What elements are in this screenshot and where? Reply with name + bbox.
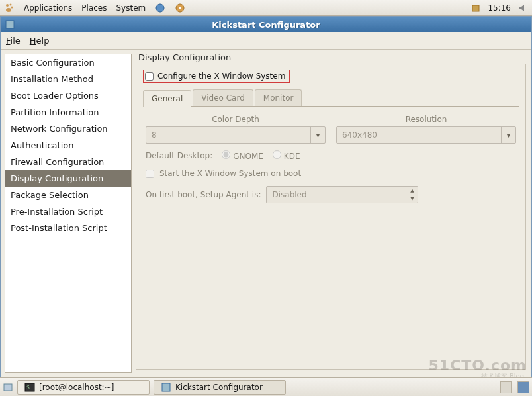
sidebar-item-auth[interactable]: Authentication [5, 137, 131, 154]
spin-buttons[interactable]: ▲▼ [406, 187, 418, 203]
main-pane: Display Configuration Configure the X Wi… [132, 50, 531, 377]
svg-point-2 [11, 6, 13, 8]
svg-rect-7 [472, 5, 479, 11]
update-icon[interactable] [470, 3, 481, 13]
section-title: Display Configuration [138, 52, 526, 62]
file-menu[interactable]: File [6, 36, 21, 46]
svg-point-1 [10, 3, 12, 5]
top-panel: Applications Places System 15:16 [0, 0, 532, 16]
chevron-down-icon[interactable]: ▾ [501, 127, 515, 143]
svg-point-0 [6, 4, 9, 7]
tab-video-card[interactable]: Video Card [193, 89, 253, 106]
task-terminal[interactable]: $ [root@localhost:~] [17, 380, 150, 395]
svg-rect-12 [162, 383, 170, 391]
tab-general[interactable]: General [143, 90, 191, 107]
applications-menu[interactable]: Applications [24, 3, 72, 13]
task-terminal-label: [root@localhost:~] [39, 383, 114, 392]
color-depth-select[interactable]: 8 ▾ [146, 126, 326, 144]
help-menu[interactable]: Help [30, 36, 50, 46]
system-menu[interactable]: System [116, 3, 146, 13]
radio-gnome[interactable]: GNOME [222, 150, 263, 161]
sidebar-item-preinstall[interactable]: Pre-Installation Script [5, 203, 131, 220]
start-x-checkbox[interactable] [146, 170, 154, 178]
resolution-value: 640x480 [337, 130, 501, 140]
kickstart-icon [161, 382, 171, 393]
svg-rect-9 [4, 384, 12, 391]
workspace-switcher[interactable] [500, 381, 512, 393]
places-menu[interactable]: Places [81, 3, 107, 13]
svg-rect-8 [6, 21, 14, 28]
sidebar-item-basic[interactable]: Basic Configuration [5, 54, 131, 71]
gnome-foot-icon [4, 3, 15, 13]
resolution-label: Resolution [336, 115, 516, 124]
configure-x-checkbox[interactable]: Configure the X Window System [143, 70, 290, 83]
sidebar-item-network[interactable]: Network Configuration [5, 121, 131, 137]
tabbar: General Video Card Monitor [143, 89, 519, 107]
tab-monitor[interactable]: Monitor [255, 89, 302, 106]
svg-point-3 [6, 8, 11, 12]
setup-agent-label: On first boot, Setup Agent is: [146, 190, 261, 199]
sidebar-item-display[interactable]: Display Configuration [5, 170, 131, 187]
sidebar: Basic Configuration Installation Method … [5, 54, 132, 373]
radio-kde[interactable]: KDE [273, 150, 300, 161]
configure-x-label: Configure the X Window System [157, 72, 285, 81]
trash-icon[interactable] [517, 381, 529, 393]
setup-agent-value: Disabled [267, 190, 406, 199]
color-depth-value: 8 [146, 130, 310, 140]
task-kickstart-label: Kickstart Configurator [175, 383, 263, 392]
sidebar-item-firewall[interactable]: Firewall Configuration [5, 154, 131, 170]
menubar: File Help [1, 32, 531, 50]
volume-icon[interactable] [517, 3, 528, 13]
svg-point-4 [156, 4, 164, 12]
window-title: Kickstart Configurator [212, 20, 320, 30]
app-window: Kickstart Configurator File Help Basic C… [0, 16, 532, 377]
svg-text:$: $ [26, 385, 30, 391]
setup-agent-select[interactable]: Disabled ▲▼ [266, 186, 418, 203]
color-depth-label: Color Depth [146, 115, 326, 124]
configure-x-input[interactable] [145, 72, 154, 81]
start-x-label: Start the X Window System on boot [159, 169, 301, 178]
sidebar-item-package[interactable]: Package Selection [5, 187, 131, 203]
bottom-panel: $ [root@localhost:~] Kickstart Configura… [0, 377, 532, 396]
terminal-icon: $ [24, 382, 35, 393]
disc-icon[interactable] [175, 3, 185, 13]
sidebar-item-partition[interactable]: Partition Information [5, 104, 131, 121]
show-desktop-icon[interactable] [3, 382, 13, 393]
titlebar[interactable]: Kickstart Configurator [1, 17, 531, 32]
clock[interactable]: 15:16 [488, 3, 511, 13]
sidebar-item-boot[interactable]: Boot Loader Options [5, 87, 131, 104]
app-icon [5, 19, 15, 30]
svg-point-6 [179, 7, 181, 9]
resolution-select[interactable]: 640x480 ▾ [336, 126, 516, 144]
sidebar-item-postinstall[interactable]: Post-Installation Script [5, 220, 131, 236]
globe-icon[interactable] [155, 3, 165, 13]
default-desktop-label: Default Desktop: [146, 151, 212, 160]
sidebar-item-install[interactable]: Installation Method [5, 71, 131, 87]
task-kickstart[interactable]: Kickstart Configurator [154, 380, 286, 395]
chevron-down-icon[interactable]: ▾ [310, 127, 325, 143]
